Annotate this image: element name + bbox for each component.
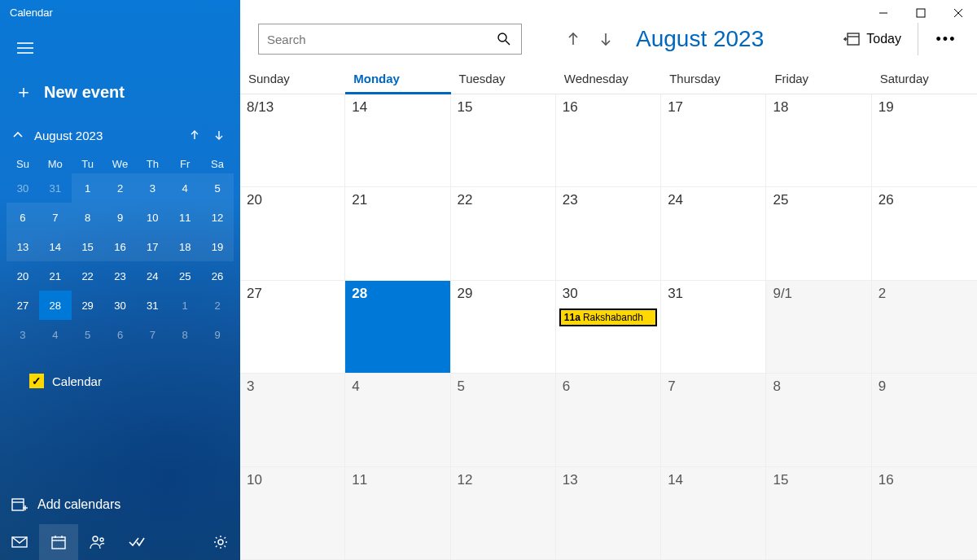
day-cell[interactable]: 27 bbox=[240, 281, 345, 374]
day-cell[interactable]: 10 bbox=[240, 467, 345, 560]
day-cell[interactable]: 15 bbox=[766, 467, 871, 560]
mini-cal-day[interactable]: 6 bbox=[7, 203, 39, 232]
mini-cal-day[interactable]: 14 bbox=[39, 232, 72, 261]
day-cell[interactable]: 8 bbox=[766, 374, 871, 466]
mini-cal-day[interactable]: 28 bbox=[39, 291, 72, 320]
mini-cal-day[interactable]: 3 bbox=[7, 320, 39, 349]
day-cell[interactable]: 13 bbox=[556, 467, 661, 560]
event-chip[interactable]: 11aRakshabandh bbox=[559, 308, 657, 326]
mini-cal-day[interactable]: 7 bbox=[39, 203, 72, 232]
prev-period-button[interactable] bbox=[561, 27, 585, 51]
mini-cal-day[interactable]: 17 bbox=[136, 232, 169, 261]
mini-cal-day[interactable]: 1 bbox=[72, 173, 104, 203]
day-cell[interactable]: 22 bbox=[451, 187, 556, 280]
day-cell[interactable]: 9 bbox=[872, 374, 977, 466]
mini-cal-day[interactable]: 10 bbox=[136, 203, 169, 232]
day-cell[interactable]: 3011aRakshabandh bbox=[556, 281, 661, 374]
day-cell[interactable]: 7 bbox=[661, 374, 766, 466]
day-cell[interactable]: 4 bbox=[345, 374, 450, 466]
day-cell[interactable]: 20 bbox=[240, 187, 345, 280]
mini-cal-day[interactable]: 5 bbox=[72, 320, 104, 349]
day-cell[interactable]: 15 bbox=[451, 94, 556, 187]
mini-cal-day[interactable]: 31 bbox=[39, 173, 72, 203]
day-cell[interactable]: 16 bbox=[872, 467, 977, 560]
mini-cal-day[interactable]: 15 bbox=[72, 232, 104, 261]
mini-cal-day[interactable]: 6 bbox=[104, 320, 137, 349]
minimize-button[interactable] bbox=[865, 0, 902, 26]
mini-cal-day[interactable]: 18 bbox=[169, 232, 201, 261]
next-period-button[interactable] bbox=[594, 27, 618, 51]
day-cell[interactable]: 6 bbox=[556, 374, 661, 466]
mini-cal-day[interactable]: 1 bbox=[169, 291, 201, 320]
mini-cal-day[interactable]: 9 bbox=[201, 320, 234, 349]
day-cell[interactable]: 3 bbox=[240, 374, 345, 466]
calendar-checkbox[interactable]: ✓ Calendar bbox=[0, 354, 240, 396]
mini-cal-day[interactable]: 22 bbox=[72, 261, 104, 291]
day-cell[interactable]: 28 bbox=[345, 281, 450, 374]
mini-cal-day[interactable]: 8 bbox=[169, 320, 201, 349]
mini-cal-next-button[interactable] bbox=[208, 124, 230, 147]
mini-cal-day[interactable]: 27 bbox=[7, 291, 39, 320]
day-cell[interactable]: 24 bbox=[661, 187, 766, 280]
day-cell[interactable]: 26 bbox=[872, 187, 977, 280]
mini-cal-day[interactable]: 30 bbox=[7, 173, 39, 203]
mini-cal-day[interactable]: 30 bbox=[104, 291, 137, 320]
more-button[interactable]: ••• bbox=[930, 27, 962, 51]
day-cell[interactable]: 16 bbox=[556, 94, 661, 187]
day-cell[interactable]: 5 bbox=[451, 374, 556, 466]
todo-nav-button[interactable] bbox=[117, 524, 156, 560]
day-cell[interactable]: 23 bbox=[556, 187, 661, 280]
calendar-nav-button[interactable] bbox=[39, 524, 78, 560]
people-nav-button[interactable] bbox=[78, 524, 117, 560]
day-cell[interactable]: 11 bbox=[345, 467, 450, 560]
mini-cal-day[interactable]: 4 bbox=[39, 320, 72, 349]
day-cell[interactable]: 21 bbox=[345, 187, 450, 280]
mini-cal-day[interactable]: 20 bbox=[7, 261, 39, 291]
settings-nav-button[interactable] bbox=[201, 524, 240, 560]
day-cell[interactable]: 29 bbox=[451, 281, 556, 374]
mini-cal-day[interactable]: 24 bbox=[136, 261, 169, 291]
mini-cal-day[interactable]: 4 bbox=[169, 173, 201, 203]
day-cell[interactable]: 14 bbox=[661, 467, 766, 560]
mini-cal-day[interactable]: 26 bbox=[201, 261, 234, 291]
mini-cal-day[interactable]: 13 bbox=[7, 232, 39, 261]
mini-cal-day[interactable]: 19 bbox=[201, 232, 234, 261]
close-button[interactable] bbox=[940, 0, 977, 26]
mini-cal-day[interactable]: 5 bbox=[201, 173, 234, 203]
add-calendars-button[interactable]: Add calendars bbox=[0, 488, 240, 521]
day-cell[interactable]: 18 bbox=[766, 94, 871, 187]
day-cell[interactable]: 31 bbox=[661, 281, 766, 374]
mini-cal-day[interactable]: 12 bbox=[201, 203, 234, 232]
mini-cal-day[interactable]: 23 bbox=[104, 261, 137, 291]
mini-cal-prev-button[interactable] bbox=[183, 124, 206, 147]
mini-cal-day[interactable]: 3 bbox=[136, 173, 169, 203]
day-cell[interactable]: 25 bbox=[766, 187, 871, 280]
mini-cal-day[interactable]: 11 bbox=[169, 203, 201, 232]
mini-cal-day[interactable]: 2 bbox=[201, 291, 234, 320]
search-input[interactable] bbox=[267, 33, 497, 46]
hamburger-button[interactable] bbox=[8, 31, 42, 65]
day-cell[interactable]: 19 bbox=[872, 94, 977, 187]
mini-cal-day[interactable]: 16 bbox=[104, 232, 137, 261]
maximize-button[interactable] bbox=[902, 0, 940, 26]
new-event-button[interactable]: ＋ New event bbox=[0, 65, 240, 112]
mini-cal-day[interactable]: 9 bbox=[104, 203, 137, 232]
mini-cal-day[interactable]: 31 bbox=[136, 291, 169, 320]
mini-cal-day[interactable]: 29 bbox=[72, 291, 104, 320]
mini-cal-day[interactable]: 2 bbox=[104, 173, 137, 203]
mail-nav-button[interactable] bbox=[0, 524, 39, 560]
day-cell[interactable]: 2 bbox=[872, 281, 977, 374]
day-cell[interactable]: 9/1 bbox=[766, 281, 871, 374]
day-cell[interactable]: 8/13 bbox=[240, 94, 345, 187]
day-cell[interactable]: 14 bbox=[345, 94, 450, 187]
mini-cal-day[interactable]: 25 bbox=[169, 261, 201, 291]
mini-cal-day[interactable]: 21 bbox=[39, 261, 72, 291]
mini-cal-day[interactable]: 8 bbox=[72, 203, 104, 232]
day-cell[interactable]: 12 bbox=[451, 467, 556, 560]
mini-cal-collapse-button[interactable] bbox=[7, 124, 29, 147]
search-box[interactable] bbox=[258, 24, 522, 55]
day-cell[interactable]: 17 bbox=[661, 94, 766, 187]
today-button[interactable]: Today bbox=[839, 28, 906, 50]
mini-cal-day[interactable]: 7 bbox=[136, 320, 169, 349]
day-number: 15 bbox=[773, 472, 864, 488]
